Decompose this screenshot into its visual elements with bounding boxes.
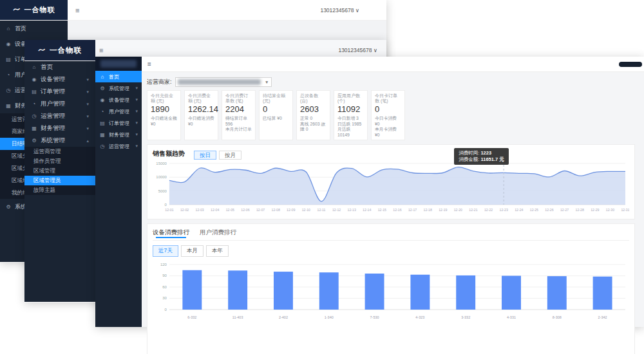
- chevron-icon: ▾: [135, 86, 138, 91]
- hamburger-icon[interactable]: ≡: [99, 46, 103, 54]
- sidebar-item-label: 用户管理: [41, 100, 65, 108]
- chevron-icon: ▾: [86, 102, 89, 107]
- sidebar-item-label: 首页: [41, 63, 53, 71]
- account-phone-dropdown[interactable]: 13012345678 ∨: [320, 7, 359, 14]
- stat-card: 待结算金额 (元)0已结算 ¥0: [259, 90, 293, 140]
- stat-card: 今日消费订单数 (笔)2204待结算订单 596本月共计订单: [222, 90, 256, 140]
- sales-area-chart[interactable]: 05000100001500012-0112-0212-0312-0412-05…: [153, 160, 629, 216]
- bar[interactable]: [228, 270, 247, 310]
- sidebar-item[interactable]: ◔用户管理▾: [24, 98, 95, 110]
- sales-tab-active[interactable]: 按日: [194, 151, 216, 160]
- chart-tooltip: 消费时间: 1223 消费金额: 11651.7 元: [454, 148, 508, 165]
- sidebar-subitem[interactable]: 区域管理员: [24, 176, 95, 185]
- sidebar-item[interactable]: ◷运营管理▾: [95, 140, 142, 152]
- home-icon: ⌂: [5, 26, 12, 32]
- finance-icon: ▦: [31, 126, 37, 131]
- bar[interactable]: [410, 275, 430, 310]
- svg-text:2-402: 2-402: [279, 315, 288, 319]
- sidebar-item[interactable]: ▤订单管理▾: [95, 117, 142, 129]
- stat-card-subtext: 正常 0: [300, 116, 327, 122]
- chevron-icon: ▾: [135, 109, 138, 114]
- chevron-icon: ▾: [135, 132, 138, 137]
- sidebar-subitem[interactable]: 运营商管理: [24, 147, 95, 156]
- svg-text:12-24: 12-24: [515, 208, 523, 212]
- hamburger-icon[interactable]: ≡: [75, 6, 79, 14]
- rank-tab[interactable]: 用户消费排行: [200, 228, 236, 237]
- svg-text:12-08: 12-08: [272, 208, 280, 212]
- chevron-down-icon: ▼: [265, 80, 269, 84]
- sidebar-item[interactable]: ⌂首页: [95, 71, 142, 82]
- bar[interactable]: [365, 274, 384, 310]
- operation-icon: ◷: [5, 88, 12, 93]
- svg-text:12-07: 12-07: [256, 208, 265, 212]
- stat-card-title: 今日消费金额 (元): [188, 93, 214, 104]
- svg-text:12-04: 12-04: [211, 208, 219, 212]
- svg-text:12-16: 12-16: [393, 208, 401, 212]
- sidebar-item-label: 首页: [15, 24, 26, 33]
- operation-icon: ◷: [31, 113, 37, 119]
- bar[interactable]: [456, 275, 475, 310]
- rank-tab[interactable]: 设备消费排行: [153, 228, 189, 237]
- bar[interactable]: [319, 272, 339, 310]
- svg-text:4-323: 4-323: [415, 315, 424, 319]
- svg-text:60: 60: [162, 285, 167, 289]
- sidebar-item[interactable]: ◷运营管理▾: [24, 110, 95, 122]
- stat-card-value: 1890: [151, 104, 177, 114]
- range-button[interactable]: 近7天: [153, 245, 178, 257]
- svg-text:12-13: 12-13: [348, 208, 356, 212]
- svg-text:3-332: 3-332: [461, 315, 470, 319]
- sidebar-item[interactable]: ⌂首页: [24, 61, 95, 73]
- back-header: 〜 一合物联 ≡ 13012345678 ∨: [0, 0, 386, 21]
- svg-text:120: 120: [160, 263, 167, 266]
- sidebar-subitem[interactable]: 故障主题: [24, 185, 95, 195]
- sidebar-item[interactable]: ⚙系统管理▴: [24, 135, 95, 147]
- stat-card-subtext: 今日新增 3: [337, 116, 364, 122]
- desktop: 〜 一合物联 ≡ 13012345678 ∨ ⌂首页◉设备管理▤订单管理◔用户管…: [0, 0, 644, 354]
- sidebar-subitem[interactable]: 操作员管理: [24, 156, 95, 166]
- stat-card-subtext: 今日赠送金额: [151, 116, 177, 122]
- chevron-icon: ▾: [86, 126, 89, 131]
- hamburger-icon[interactable]: ≡: [147, 61, 151, 68]
- stat-card-value: 2204: [225, 104, 252, 114]
- range-button[interactable]: 本月: [181, 245, 204, 257]
- sidebar-item[interactable]: ◔用户管理▾: [95, 106, 142, 117]
- user-icon: ◔: [99, 109, 106, 115]
- home-icon: ⌂: [99, 74, 106, 80]
- range-button[interactable]: 本年: [206, 245, 229, 257]
- sidebar-item[interactable]: ◉设备管理▾: [95, 94, 142, 106]
- system-icon: ⚙: [31, 138, 37, 144]
- svg-text:12-20: 12-20: [454, 208, 462, 212]
- sidebar-item[interactable]: ◉设备管理▾: [24, 73, 95, 86]
- operator-select[interactable]: ▼: [175, 77, 272, 87]
- sidebar-item[interactable]: ▦财务管理▾: [95, 129, 142, 140]
- bar[interactable]: [274, 272, 293, 310]
- account-phone-dropdown[interactable]: 13012345678 ∨: [338, 47, 377, 53]
- sidebar-item-label: 首页: [109, 73, 119, 80]
- bar[interactable]: [593, 277, 612, 310]
- consumption-rank-panel: 设备消费排行用户消费排行 近7天本月本年 03060901206-33211-4…: [147, 223, 635, 354]
- sidebar-subitem[interactable]: 区域管理: [24, 166, 95, 176]
- sidebar-item[interactable]: ⚙系统管理▾: [95, 82, 142, 94]
- logo-text: 一合物联: [24, 5, 55, 15]
- operator-label: 运营商家:: [147, 78, 172, 86]
- sidebar-item[interactable]: ⌂首页: [0, 21, 68, 36]
- svg-text:12-01: 12-01: [165, 208, 173, 212]
- stat-card-value: 2603: [300, 104, 327, 114]
- device-icon: ◉: [5, 41, 12, 47]
- stat-card-subtext: 已结算 ¥0: [263, 116, 289, 122]
- order-icon: ▤: [99, 120, 106, 126]
- svg-text:12-10: 12-10: [302, 208, 310, 212]
- bar[interactable]: [502, 276, 521, 310]
- front-topbar: ≡: [142, 57, 644, 72]
- stat-card-title: 待结算金额 (元): [263, 93, 289, 104]
- account-redacted-pill[interactable]: [619, 62, 642, 67]
- device-rank-bar-chart[interactable]: 03060901206-33211-4032-4021-3407-5304-32…: [153, 259, 629, 325]
- chevron-icon: ▾: [86, 77, 89, 82]
- bar[interactable]: [182, 270, 202, 310]
- chevron-icon: ▾: [135, 144, 138, 149]
- sales-tab-inactive[interactable]: 按月: [219, 151, 242, 160]
- sidebar-item[interactable]: ▤订单管理▾: [24, 86, 95, 98]
- bar[interactable]: [547, 276, 567, 310]
- sidebar-item-label: 设备管理: [109, 97, 129, 104]
- sidebar-item[interactable]: ▦财务管理▾: [24, 122, 95, 135]
